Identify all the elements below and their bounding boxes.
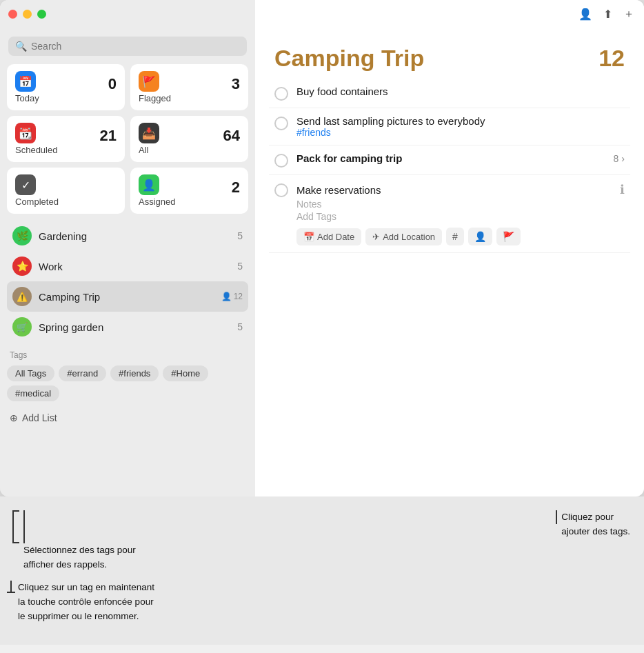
tag-medical[interactable]: #medical bbox=[7, 385, 59, 401]
minimize-button[interactable] bbox=[23, 10, 32, 19]
tag-home[interactable]: #Home bbox=[163, 365, 208, 381]
add-list-label: Add List bbox=[22, 412, 57, 423]
gardening-name: Gardening bbox=[39, 230, 230, 242]
scheduled-icon: 📆 bbox=[15, 123, 36, 143]
reminder-title-4: Make reservations bbox=[296, 184, 381, 196]
flagged-count: 3 bbox=[232, 75, 240, 93]
all-count: 64 bbox=[223, 127, 240, 145]
reminder-item-1: Buy food containers bbox=[269, 79, 630, 108]
titlebar-right: 👤 ⬆ ＋ bbox=[255, 0, 644, 28]
titlebar-left bbox=[0, 0, 255, 28]
smart-list-flagged[interactable]: 🚩 3 Flagged bbox=[130, 64, 248, 110]
sidebar: 🔍 📅 0 Today 🚩 3 Flagged bbox=[0, 0, 255, 496]
smart-list-completed[interactable]: ✓ Completed bbox=[7, 168, 125, 214]
search-input[interactable] bbox=[31, 41, 240, 52]
annotation-tags-bracket: Sélectionnez des tags pourafficher des r… bbox=[7, 510, 255, 572]
plus-icon[interactable]: ＋ bbox=[623, 7, 634, 21]
today-label: Today bbox=[15, 93, 39, 103]
share-icon[interactable]: ⬆ bbox=[603, 8, 612, 21]
camping-dot: ⚠️ bbox=[12, 287, 32, 306]
list-count: 12 bbox=[598, 45, 625, 72]
work-dot: ⭐ bbox=[12, 257, 32, 276]
assigned-icon: 👤 bbox=[139, 174, 159, 195]
person-small-icon: 👤 bbox=[474, 231, 486, 242]
add-list-button[interactable]: ⊕ Add List bbox=[0, 405, 255, 433]
completed-label: Completed bbox=[15, 197, 59, 207]
list-item-work[interactable]: ⭐ Work 5 bbox=[7, 251, 248, 281]
checkbox-2[interactable] bbox=[274, 117, 288, 130]
reminder-notes-4[interactable]: Notes bbox=[296, 199, 625, 210]
reminder-meta-3: Pack for camping trip 8 › bbox=[296, 152, 625, 164]
work-count: 5 bbox=[237, 261, 243, 272]
assign-person-button[interactable]: 👤 bbox=[468, 228, 492, 245]
smart-list-assigned[interactable]: 👤 2 Assigned bbox=[130, 168, 248, 214]
annotation-add-tags: Cliquez pourajouter des tags. bbox=[556, 510, 630, 539]
reminder-item-2: Send last sampling pictures to everybody… bbox=[269, 108, 630, 145]
list-header: Camping Trip 12 bbox=[255, 31, 644, 79]
camping-shared-icon: 👤 12 bbox=[221, 292, 243, 301]
collab-icon[interactable]: 👤 bbox=[578, 8, 592, 21]
search-bar[interactable]: 🔍 bbox=[8, 37, 247, 56]
tag-hash-button[interactable]: # bbox=[446, 228, 464, 245]
tags-section: Tags All Tags #errand #friends #Home #me… bbox=[0, 342, 255, 405]
tag-all-tags[interactable]: All Tags bbox=[7, 365, 54, 381]
reminder-title-1: Buy food containers bbox=[296, 86, 388, 97]
camping-name: Camping Trip bbox=[39, 291, 214, 303]
reminder-body-2: Send last sampling pictures to everybody… bbox=[296, 115, 625, 138]
add-location-button[interactable]: ✈ Add Location bbox=[365, 228, 442, 245]
maximize-button[interactable] bbox=[37, 10, 46, 19]
smart-lists-grid: 📅 0 Today 🚩 3 Flagged 📆 21 bbox=[0, 64, 255, 221]
list-item-gardening[interactable]: 🌿 Gardening 5 bbox=[7, 221, 248, 251]
reminder-add-tags-4[interactable]: Add Tags bbox=[296, 211, 625, 222]
smart-list-today[interactable]: 📅 0 Today bbox=[7, 64, 125, 110]
checkbox-4[interactable] bbox=[274, 183, 288, 197]
list-item-camping-trip[interactable]: ⚠️ Camping Trip 👤 12 bbox=[7, 281, 248, 312]
spring-dot: 🛒 bbox=[12, 317, 32, 336]
main-content: Camping Trip 12 Buy food containers Send… bbox=[255, 0, 644, 496]
annotation-left-col: Sélectionnez des tags pourafficher des r… bbox=[0, 503, 255, 624]
tags-list: All Tags #errand #friends #Home #medical bbox=[7, 365, 248, 401]
all-icon: 📥 bbox=[139, 123, 159, 143]
list-item-spring-garden[interactable]: 🛒 Spring garden 5 bbox=[7, 312, 248, 342]
user-lists: 🌿 Gardening 5 ⭐ Work 5 ⚠️ Camping Trip 👤… bbox=[0, 221, 255, 342]
checkbox-3[interactable] bbox=[274, 154, 288, 168]
today-icon: 📅 bbox=[15, 71, 36, 92]
annotation-control-click: Cliquez sur un tag en maintenantla touch… bbox=[7, 581, 255, 624]
scheduled-count: 21 bbox=[100, 127, 117, 145]
reminder-title-2: Send last sampling pictures to everybody bbox=[296, 115, 625, 127]
tags-heading: Tags bbox=[7, 350, 248, 360]
annotation-tags-text: Sélectionnez des tags pourafficher des r… bbox=[23, 543, 136, 572]
reminder-item-3: Pack for camping trip 8 › bbox=[269, 145, 630, 175]
completed-icon: ✓ bbox=[15, 174, 36, 195]
spring-name: Spring garden bbox=[39, 321, 230, 333]
location-icon: ✈ bbox=[372, 232, 380, 242]
list-title: Camping Trip bbox=[274, 45, 424, 72]
flagged-label: Flagged bbox=[139, 93, 171, 103]
gardening-dot: 🌿 bbox=[12, 226, 32, 245]
assigned-label: Assigned bbox=[139, 197, 175, 207]
tag-friends[interactable]: #friends bbox=[110, 365, 159, 381]
search-icon: 🔍 bbox=[15, 41, 27, 52]
reminder-title-3: Pack for camping trip bbox=[296, 152, 402, 164]
add-date-button[interactable]: 📅 Add Date bbox=[296, 228, 361, 245]
assigned-count: 2 bbox=[232, 179, 240, 197]
flag-small-icon: 🚩 bbox=[503, 231, 514, 242]
all-label: All bbox=[139, 145, 148, 155]
spring-count: 5 bbox=[237, 321, 243, 332]
reminder-tag-2[interactable]: #friends bbox=[296, 127, 625, 138]
checkbox-1[interactable] bbox=[274, 87, 288, 101]
annotation-right-col: Cliquez pourajouter des tags. bbox=[255, 503, 644, 624]
smart-list-all[interactable]: 📥 64 All bbox=[130, 116, 248, 162]
flag-button[interactable]: 🚩 bbox=[496, 228, 521, 245]
reminder-list: Buy food containers Send last sampling p… bbox=[255, 79, 644, 253]
tag-errand[interactable]: #errand bbox=[59, 365, 106, 381]
annotation-ctrl-text: Cliquez sur un tag en maintenantla touch… bbox=[18, 581, 154, 624]
today-count: 0 bbox=[108, 75, 117, 93]
info-button-4[interactable]: ℹ bbox=[620, 182, 625, 197]
flagged-icon: 🚩 bbox=[139, 71, 159, 92]
add-list-icon: ⊕ bbox=[10, 412, 18, 423]
close-button[interactable] bbox=[8, 10, 17, 19]
reminder-body-1: Buy food containers bbox=[296, 86, 625, 98]
reminder-item-4: Make reservations ℹ Notes Add Tags 📅 Add… bbox=[269, 175, 630, 253]
smart-list-scheduled[interactable]: 📆 21 Scheduled bbox=[7, 116, 125, 162]
